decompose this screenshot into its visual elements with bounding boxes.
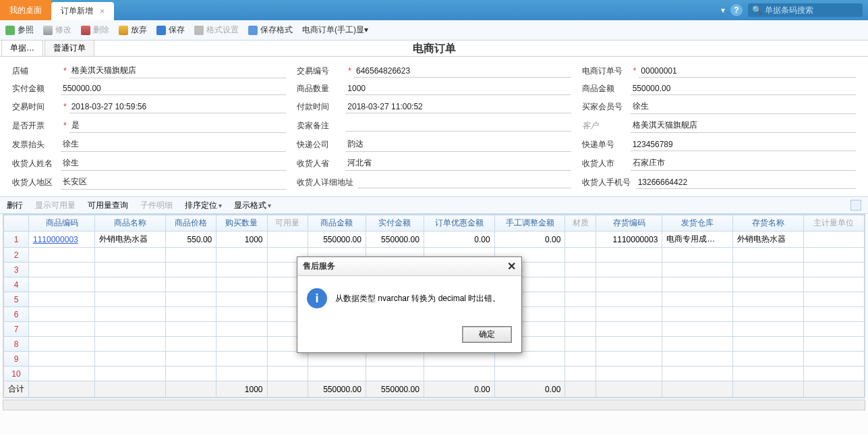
- modal-backdrop: 售后服务 ✕ i 从数据类型 nvarchar 转换为 decimal 时出错。…: [0, 0, 868, 434]
- error-dialog: 售后服务 ✕ i 从数据类型 nvarchar 转换为 decimal 时出错。…: [297, 256, 522, 353]
- close-icon[interactable]: ✕: [507, 260, 516, 273]
- dialog-title: 售后服务: [303, 261, 335, 272]
- dialog-message: 从数据类型 nvarchar 转换为 decimal 时出错。: [335, 293, 500, 304]
- info-icon: i: [307, 288, 327, 308]
- dialog-titlebar: 售后服务 ✕: [297, 257, 521, 276]
- ok-button[interactable]: 确定: [462, 326, 512, 343]
